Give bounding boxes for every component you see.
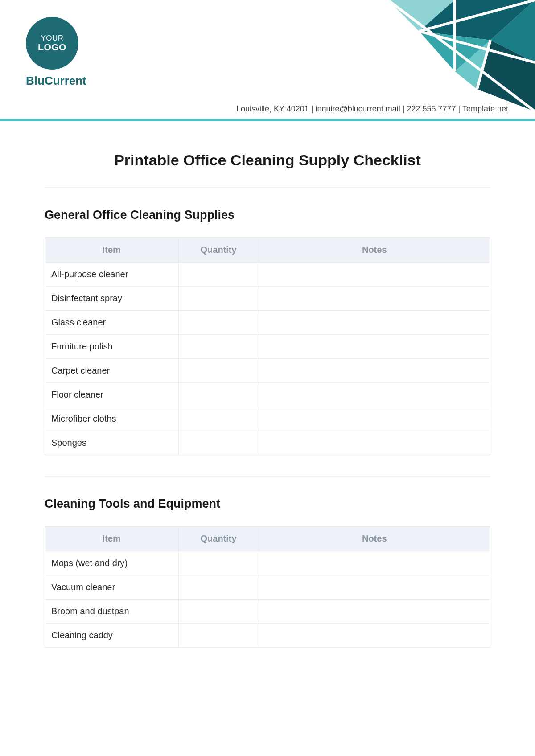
contact-line: Louisville, KY 40201 | inquire@blucurren… bbox=[236, 104, 508, 114]
cell-notes bbox=[259, 311, 490, 335]
cell-item: Furniture polish bbox=[45, 335, 179, 359]
brand-name: BluCurrent bbox=[26, 74, 86, 88]
cell-notes bbox=[259, 407, 490, 431]
supply-table-general: Item Quantity Notes All-purpose cleaner … bbox=[45, 237, 490, 455]
logo-line1: YOUR bbox=[41, 34, 63, 42]
table-row: Floor cleaner bbox=[45, 383, 490, 407]
svg-marker-0 bbox=[388, 0, 455, 31]
table-row: Microfiber cloths bbox=[45, 407, 490, 431]
cell-item: Glass cleaner bbox=[45, 311, 179, 335]
col-item: Item bbox=[45, 526, 179, 551]
cell-qty bbox=[178, 551, 259, 575]
logo-line2: LOGO bbox=[38, 42, 66, 52]
cell-qty bbox=[178, 311, 259, 335]
document-content: Printable Office Cleaning Supply Checkli… bbox=[45, 152, 490, 648]
cell-item: Mops (wet and dry) bbox=[45, 551, 179, 575]
cell-notes bbox=[259, 575, 490, 600]
table-header-row: Item Quantity Notes bbox=[45, 526, 490, 551]
page-title: Printable Office Cleaning Supply Checkli… bbox=[45, 152, 490, 169]
cell-item: Disinfectant spray bbox=[45, 287, 179, 311]
cell-qty bbox=[178, 407, 259, 431]
table-row: Cleaning caddy bbox=[45, 624, 490, 648]
corner-geometric-decor bbox=[321, 0, 535, 111]
table-row: All-purpose cleaner bbox=[45, 263, 490, 287]
svg-line-8 bbox=[419, 31, 535, 62]
header-rule bbox=[0, 119, 535, 121]
cell-qty bbox=[178, 359, 259, 383]
cell-qty bbox=[178, 624, 259, 648]
svg-marker-5 bbox=[455, 40, 490, 89]
col-quantity: Quantity bbox=[178, 526, 259, 551]
svg-line-9 bbox=[477, 40, 490, 89]
svg-marker-1 bbox=[419, 0, 535, 40]
title-divider bbox=[45, 187, 490, 188]
cell-qty bbox=[178, 383, 259, 407]
svg-marker-2 bbox=[419, 31, 490, 71]
cell-notes bbox=[259, 359, 490, 383]
table-row: Vacuum cleaner bbox=[45, 575, 490, 600]
cell-notes bbox=[259, 600, 490, 624]
cell-item: Vacuum cleaner bbox=[45, 575, 179, 600]
cell-item: Broom and dustpan bbox=[45, 600, 179, 624]
cell-qty bbox=[178, 575, 259, 600]
svg-marker-3 bbox=[490, 0, 535, 62]
col-notes: Notes bbox=[259, 238, 490, 263]
svg-line-6 bbox=[388, 0, 535, 111]
table-row: Broom and dustpan bbox=[45, 600, 490, 624]
table-row: Furniture polish bbox=[45, 335, 490, 359]
cell-item: Floor cleaner bbox=[45, 383, 179, 407]
cell-qty bbox=[178, 335, 259, 359]
cell-item: Sponges bbox=[45, 431, 179, 455]
table-row: Mops (wet and dry) bbox=[45, 551, 490, 575]
cell-notes bbox=[259, 263, 490, 287]
cell-notes bbox=[259, 551, 490, 575]
cell-notes bbox=[259, 383, 490, 407]
col-item: Item bbox=[45, 238, 179, 263]
section-heading: Cleaning Tools and Equipment bbox=[45, 497, 490, 511]
cell-notes bbox=[259, 431, 490, 455]
cell-qty bbox=[178, 431, 259, 455]
cell-qty bbox=[178, 287, 259, 311]
brand-block: YOUR LOGO BluCurrent bbox=[26, 17, 86, 88]
table-row: Carpet cleaner bbox=[45, 359, 490, 383]
cell-item: All-purpose cleaner bbox=[45, 263, 179, 287]
supply-table-tools: Item Quantity Notes Mops (wet and dry) V… bbox=[45, 526, 490, 648]
table-row: Glass cleaner bbox=[45, 311, 490, 335]
logo-placeholder: YOUR LOGO bbox=[26, 17, 78, 70]
cell-item: Cleaning caddy bbox=[45, 624, 179, 648]
cell-qty bbox=[178, 600, 259, 624]
svg-marker-4 bbox=[477, 40, 535, 111]
section-heading: General Office Cleaning Supplies bbox=[45, 208, 490, 222]
section-divider bbox=[45, 476, 490, 477]
cell-item: Carpet cleaner bbox=[45, 359, 179, 383]
cell-notes bbox=[259, 287, 490, 311]
svg-line-10 bbox=[419, 0, 535, 31]
cell-notes bbox=[259, 335, 490, 359]
cell-qty bbox=[178, 263, 259, 287]
col-notes: Notes bbox=[259, 526, 490, 551]
table-row: Sponges bbox=[45, 431, 490, 455]
cell-notes bbox=[259, 624, 490, 648]
cell-item: Microfiber cloths bbox=[45, 407, 179, 431]
table-row: Disinfectant spray bbox=[45, 287, 490, 311]
col-quantity: Quantity bbox=[178, 238, 259, 263]
table-header-row: Item Quantity Notes bbox=[45, 238, 490, 263]
